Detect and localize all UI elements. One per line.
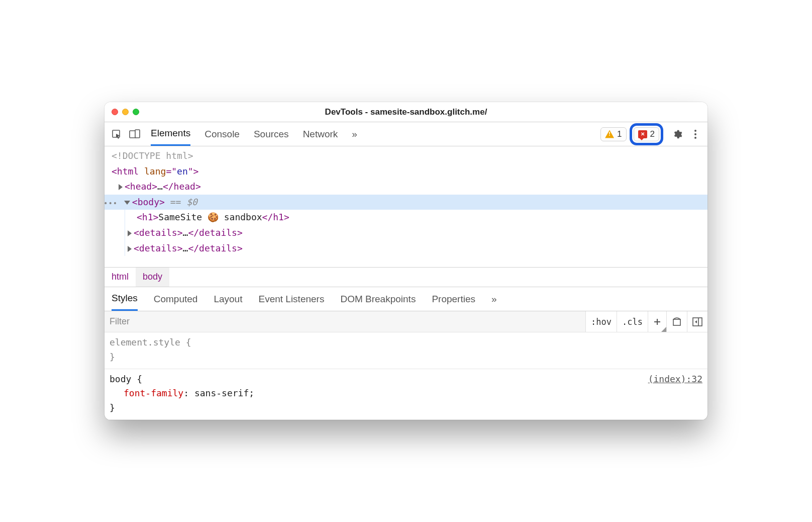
cls-toggle[interactable]: .cls	[617, 311, 648, 332]
more-menu-icon[interactable]	[687, 126, 703, 142]
tabs-overflow[interactable]: »	[352, 122, 357, 146]
status-pills: 1 2	[600, 123, 663, 145]
window-close-button[interactable]	[112, 109, 118, 115]
selector-element-style: element.style	[110, 337, 180, 347]
css-property-value[interactable]: sans-serif	[194, 388, 249, 398]
issues-pill[interactable]: 2	[634, 127, 659, 141]
dom-head[interactable]: <head>…</head>	[105, 179, 707, 195]
tab-network[interactable]: Network	[303, 122, 338, 146]
devtools-toolbar: Elements Console Sources Network » 1 2	[105, 122, 707, 146]
elements-dom-tree[interactable]: <!DOCTYPE html> <html lang="en"> <head>……	[105, 146, 707, 267]
dom-body-children: <h1>SameSite 🍪 sandbox</h1> <details>…</…	[105, 210, 707, 256]
dom-doctype[interactable]: <!DOCTYPE html>	[105, 148, 707, 164]
element-style-block[interactable]: element.style { }	[105, 332, 707, 369]
warnings-pill[interactable]: 1	[600, 127, 626, 141]
subtab-styles[interactable]: Styles	[112, 287, 138, 311]
window-traffic-lights	[112, 109, 139, 115]
styles-filter-input[interactable]	[105, 311, 585, 332]
warnings-count: 1	[617, 129, 622, 139]
hov-toggle[interactable]: :hov	[585, 311, 617, 332]
cookie-emoji: 🍪	[208, 212, 219, 222]
issues-highlight: 2	[630, 123, 663, 145]
styles-pane: element.style { } (index):32 body { font…	[105, 332, 707, 420]
dom-body-selected[interactable]: <body> == $0	[105, 195, 707, 210]
warning-icon	[605, 130, 614, 138]
dom-html-open[interactable]: <html lang="en">	[105, 164, 707, 180]
issues-icon	[638, 130, 647, 138]
device-toggle-icon[interactable]	[127, 126, 143, 142]
collapse-icon[interactable]	[124, 201, 130, 205]
window-minimize-button[interactable]	[122, 109, 129, 115]
body-rule-block[interactable]: (index):32 body { font-family: sans-seri…	[105, 369, 707, 420]
svg-rect-2	[135, 130, 140, 138]
subtab-event-listeners[interactable]: Event Listeners	[258, 287, 324, 311]
subtab-layout[interactable]: Layout	[214, 287, 242, 311]
elements-breadcrumb: html body	[105, 267, 707, 287]
expand-icon[interactable]	[128, 246, 132, 252]
tab-sources[interactable]: Sources	[254, 122, 289, 146]
window-title: DevTools - samesite-sandbox.glitch.me/	[105, 107, 707, 117]
styles-filter-row: :hov .cls	[105, 311, 707, 332]
inspect-element-icon[interactable]	[109, 126, 125, 142]
devtools-window: DevTools - samesite-sandbox.glitch.me/ E…	[105, 102, 707, 420]
issues-count: 2	[650, 129, 655, 139]
settings-icon[interactable]	[669, 126, 685, 142]
subtab-dom-breakpoints[interactable]: DOM Breakpoints	[340, 287, 416, 311]
new-style-rule-button[interactable]	[648, 311, 666, 332]
expand-icon[interactable]	[119, 184, 123, 190]
subtab-properties[interactable]: Properties	[432, 287, 475, 311]
dom-h1[interactable]: <h1>SameSite 🍪 sandbox</h1>	[105, 210, 707, 225]
css-property-name[interactable]: font-family	[124, 388, 183, 398]
breadcrumb-body[interactable]: body	[136, 268, 169, 287]
computed-styles-sidebar-icon[interactable]	[666, 311, 687, 332]
panel-tabs: Elements Console Sources Network »	[151, 122, 357, 146]
window-zoom-button[interactable]	[133, 109, 139, 115]
svg-rect-3	[673, 319, 680, 325]
tab-console[interactable]: Console	[205, 122, 240, 146]
dom-details-1[interactable]: <details>…</details>	[105, 225, 707, 241]
tab-elements[interactable]: Elements	[151, 122, 190, 146]
dom-details-2[interactable]: <details>…</details>	[105, 241, 707, 256]
breadcrumb-html[interactable]: html	[105, 268, 136, 287]
expand-icon[interactable]	[128, 230, 132, 236]
toggle-sidebar-icon[interactable]	[687, 311, 707, 332]
rule-source-link[interactable]: (index):32	[648, 372, 702, 387]
subtabs-overflow[interactable]: »	[491, 287, 497, 311]
selector-body: body	[110, 374, 131, 384]
window-titlebar: DevTools - samesite-sandbox.glitch.me/	[105, 102, 707, 122]
subtab-computed[interactable]: Computed	[154, 287, 198, 311]
sidebar-subtabs: Styles Computed Layout Event Listeners D…	[105, 287, 707, 311]
svg-rect-4	[693, 318, 702, 326]
